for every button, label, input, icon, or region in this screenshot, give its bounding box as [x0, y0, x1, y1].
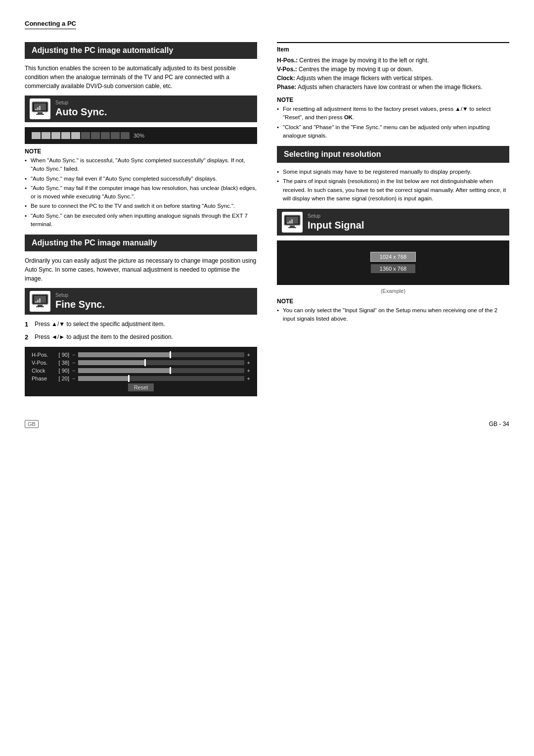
auto-sync-progress: 30%: [25, 127, 257, 144]
input-signal-note-list: You can only select the "Input Signal" o…: [277, 306, 509, 324]
svg-rect-19: [289, 221, 291, 224]
auto-sync-icon: [30, 98, 50, 119]
right-note-list: For resetting all adjustment items to th…: [277, 105, 509, 140]
hpos-row: H-Pos. [ 90] − +: [32, 352, 250, 358]
left-column: Adjusting the PC image automatically Thi…: [25, 42, 257, 400]
auto-sync-note: NOTE When "Auto Sync." is successful, "A…: [25, 148, 257, 229]
phase-row: Phase [ 20] − +: [32, 376, 250, 381]
page-number: GB - 34: [489, 421, 509, 427]
input-signal-setup-bar: Setup Input Signal: [277, 209, 509, 236]
auto-sync-title: Auto Sync.: [55, 106, 107, 118]
clock-row: Clock [ 90] − +: [32, 368, 250, 374]
item-descriptions: H-Pos.: Centres the image by moving it t…: [277, 56, 509, 92]
seg-5: [71, 132, 80, 139]
seg-2: [42, 132, 50, 139]
connecting-pc-label: Connecting a PC: [25, 20, 76, 29]
page-footer: GB GB - 34: [25, 420, 509, 428]
fine-sync-setup-tag: Setup: [55, 292, 105, 298]
clock-desc: Clock: Adjusts when the image flickers w…: [277, 74, 509, 83]
auto-sync-note-5: "Auto Sync." can be executed only when i…: [25, 212, 257, 229]
input-res-bullet-1: Some input signals may have to be regist…: [277, 168, 509, 176]
example-label: (Example): [277, 288, 509, 294]
auto-sync-body: This function enables the screen to be a…: [25, 64, 257, 91]
input-signal-note: NOTE You can only select the "Input Sign…: [277, 298, 509, 324]
step-1-text: Press ▲/▼ to select the specific adjustm…: [35, 320, 165, 330]
svg-rect-9: [38, 305, 43, 306]
fine-sync-title: Fine Sync.: [55, 299, 105, 310]
resolution-1024[interactable]: 1024 x 768: [371, 252, 415, 261]
resolution-1360[interactable]: 1360 x 768: [371, 264, 415, 273]
step-1: 1 Press ▲/▼ to select the specific adjus…: [25, 320, 257, 330]
svg-rect-16: [290, 226, 295, 227]
page-container: Connecting a PC Adjusting the PC image a…: [25, 20, 509, 428]
auto-sync-note-3: "Auto Sync." may fail if the computer im…: [25, 184, 257, 201]
seg-6: [81, 132, 90, 139]
input-signal-note-title: NOTE: [277, 298, 509, 305]
input-signal-icon: [282, 212, 303, 233]
fine-sync-screen: H-Pos. [ 90] − + V-Pos. [ 38] −: [25, 347, 257, 396]
input-signal-setup-tag: Setup: [308, 213, 364, 219]
vpos-row: V-Pos. [ 38] − +: [32, 360, 250, 366]
seg-9: [111, 132, 120, 139]
seg-4: [61, 132, 70, 139]
progress-percent: 30%: [134, 133, 144, 139]
right-note-1: For resetting all adjustment items to th…: [277, 105, 509, 122]
svg-rect-2: [38, 112, 43, 114]
reset-button[interactable]: Reset: [128, 383, 154, 391]
svg-rect-18: [287, 222, 289, 224]
step-2-text: Press ◄/► to adjust the item to the desi…: [35, 332, 173, 342]
auto-sync-note-list: When "Auto Sync." is successful, "Auto S…: [25, 156, 257, 229]
step-2: 2 Press ◄/► to adjust the item to the de…: [25, 332, 257, 342]
page-header: Connecting a PC: [25, 20, 509, 34]
seg-7: [91, 132, 100, 139]
hpos-desc: H-Pos.: Centres the image by moving it t…: [277, 56, 509, 65]
svg-rect-10: [36, 306, 44, 307]
vpos-desc: V-Pos.: Centres the image by moving it u…: [277, 65, 509, 74]
auto-sync-setup-bar: Setup Auto Sync.: [25, 95, 257, 122]
fine-sync-heading: Adjusting the PC image manually: [25, 235, 257, 251]
input-resolution-heading: Selecting input resolution: [277, 146, 509, 163]
auto-sync-note-2: "Auto Sync." may fail even if "Auto Sync…: [25, 175, 257, 183]
svg-rect-5: [37, 107, 39, 110]
svg-rect-4: [35, 109, 37, 110]
right-column: Item H-Pos.: Centres the image by moving…: [277, 42, 509, 400]
input-res-bullet-2: The pairs of input signals (resolutions)…: [277, 177, 509, 203]
svg-rect-3: [36, 114, 44, 115]
seg-10: [121, 132, 130, 139]
fine-sync-body: Ordinarily you can easily adjust the pic…: [25, 256, 257, 283]
right-note: NOTE For resetting all adjustment items …: [277, 96, 509, 140]
svg-rect-6: [39, 106, 41, 110]
fine-sync-icon: [30, 291, 50, 312]
fine-sync-setup-bar: Setup Fine Sync.: [25, 288, 257, 315]
auto-sync-heading: Adjusting the PC image automatically: [25, 42, 257, 59]
input-resolution-bullets: Some input signals may have to be regist…: [277, 168, 509, 203]
seg-3: [51, 132, 60, 139]
input-signal-screen: 1024 x 768 1360 x 768: [277, 240, 509, 285]
input-signal-title: Input Signal: [308, 220, 364, 231]
right-note-2: "Clock" and "Phase" in the "Fine Sync." …: [277, 123, 509, 141]
svg-rect-17: [288, 227, 296, 228]
item-box: Item H-Pos.: Centres the image by moving…: [277, 42, 509, 92]
seg-1: [32, 132, 41, 139]
seg-8: [101, 132, 110, 139]
auto-sync-note-4: Be sure to connect the PC to the TV and …: [25, 202, 257, 210]
svg-rect-13: [39, 298, 41, 303]
item-box-label: Item: [277, 46, 509, 53]
gb-label: GB: [25, 420, 39, 428]
progress-segments: [32, 132, 130, 139]
svg-rect-20: [291, 219, 293, 224]
svg-rect-11: [35, 301, 37, 303]
fine-sync-steps: 1 Press ▲/▼ to select the specific adjus…: [25, 320, 257, 342]
auto-sync-note-1: When "Auto Sync." is successful, "Auto S…: [25, 156, 257, 174]
right-note-title: NOTE: [277, 96, 509, 103]
auto-sync-note-title: NOTE: [25, 148, 257, 155]
svg-rect-12: [37, 300, 39, 303]
input-signal-note-1: You can only select the "Input Signal" o…: [277, 306, 509, 324]
phase-desc: Phase: Adjusts when characters have low …: [277, 83, 509, 92]
auto-sync-setup-tag: Setup: [55, 100, 107, 105]
